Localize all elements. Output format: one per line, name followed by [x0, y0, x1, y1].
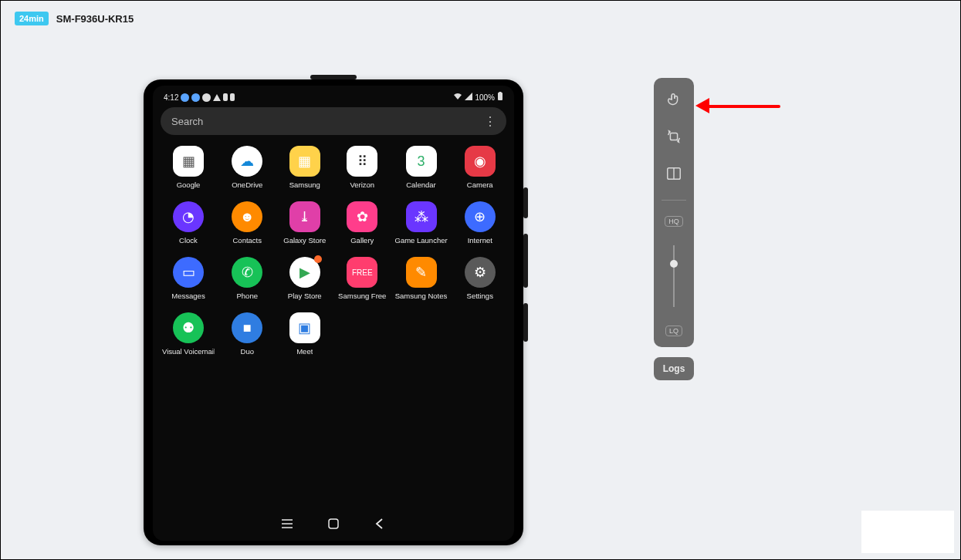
quality-slider-thumb[interactable] — [670, 260, 678, 268]
svg-rect-6 — [670, 133, 677, 140]
app-google[interactable]: ▦Google — [162, 146, 215, 189]
app-label: OneDrive — [232, 180, 262, 189]
app-messages[interactable]: ▭Messages — [162, 257, 215, 300]
hq-badge[interactable]: HQ — [665, 216, 683, 227]
recents-button[interactable] — [281, 518, 293, 530]
status-time: 4:12 — [164, 93, 178, 102]
status-icon — [202, 93, 211, 102]
app-game-launcher[interactable]: ⁂Game Launcher — [395, 201, 448, 245]
device-screen[interactable]: 4:12 100% Sea — [153, 86, 514, 541]
app-icon: ☻ — [232, 201, 262, 232]
app-icon: ✆ — [232, 257, 262, 288]
header-bar: 24min SM-F936U-KR15 — [15, 12, 134, 25]
app-icon: ⁂ — [406, 201, 437, 232]
app-icon: ◉ — [465, 146, 496, 177]
status-icon — [191, 93, 200, 102]
app-onedrive[interactable]: ☁OneDrive — [222, 146, 272, 189]
app-label: Gallery — [350, 236, 374, 245]
app-icon: FREE — [347, 257, 377, 288]
app-label: Visual Voicemail — [162, 347, 215, 356]
annotation-arrow — [695, 98, 788, 113]
rotate-button[interactable] — [663, 126, 685, 147]
app-play-store[interactable]: ▶Play Store — [280, 257, 330, 300]
back-button[interactable] — [374, 518, 386, 530]
svg-rect-1 — [499, 92, 502, 93]
app-phone[interactable]: ✆Phone — [222, 257, 272, 300]
app-icon: ⚙ — [465, 257, 496, 288]
toolbar-separator — [662, 200, 685, 201]
notification-dot — [314, 255, 322, 263]
app-label: Camera — [467, 180, 493, 189]
app-gallery[interactable]: ✿Gallery — [337, 201, 387, 245]
device-volume-button — [523, 234, 528, 288]
control-toolbar: HQ LQ — [654, 78, 694, 347]
app-clock[interactable]: ◔Clock — [162, 201, 215, 245]
app-samsung-free[interactable]: FREESamsung Free — [337, 257, 387, 300]
device-hinge — [310, 75, 357, 79]
app-icon: ⠿ — [347, 146, 377, 177]
app-icon: ▭ — [173, 257, 204, 288]
app-icon: ⤓ — [289, 201, 320, 232]
app-icon: ✎ — [406, 257, 437, 288]
device-power-button — [523, 303, 528, 342]
battery-text: 100% — [475, 93, 495, 102]
device-frame: 4:12 100% Sea — [144, 79, 523, 545]
app-label: Verizon — [350, 180, 374, 189]
app-meet[interactable]: ▣Meet — [280, 312, 330, 356]
app-samsung-notes[interactable]: ✎Samsung Notes — [395, 257, 448, 300]
app-galaxy-store[interactable]: ⤓Galaxy Store — [280, 201, 330, 245]
status-right: 100% — [453, 92, 503, 103]
session-time-badge: 24min — [15, 12, 49, 25]
app-icon: 3 — [406, 146, 437, 177]
signal-icon — [465, 93, 472, 102]
quality-slider[interactable] — [673, 245, 675, 307]
app-settings[interactable]: ⚙Settings — [455, 257, 506, 300]
search-placeholder: Search — [171, 116, 203, 127]
app-icon: ■ — [232, 312, 262, 343]
status-left: 4:12 — [164, 93, 235, 102]
app-label: Samsung Notes — [395, 292, 448, 300]
app-internet[interactable]: ⊕Internet — [455, 201, 506, 245]
watermark-box — [861, 511, 954, 553]
app-label: Calendar — [406, 180, 436, 189]
svg-rect-5 — [329, 519, 338, 528]
nav-bar — [161, 510, 506, 535]
status-icon — [213, 94, 221, 101]
app-contacts[interactable]: ☻Contacts — [222, 201, 272, 245]
app-label: Phone — [237, 292, 258, 300]
app-label: Google — [177, 180, 201, 189]
status-bar: 4:12 100% — [161, 92, 506, 107]
device-side-button — [523, 187, 528, 218]
more-icon[interactable]: ⋮ — [484, 114, 496, 129]
split-view-button[interactable] — [663, 163, 685, 184]
app-icon: ☁ — [232, 146, 262, 177]
app-label: Samsung — [289, 180, 320, 189]
app-label: Duo — [241, 347, 254, 356]
app-camera[interactable]: ◉Camera — [455, 146, 506, 189]
app-icon: ▣ — [289, 312, 320, 343]
svg-rect-0 — [498, 93, 502, 100]
app-label: Settings — [467, 292, 493, 300]
app-verizon[interactable]: ⠿Verizon — [337, 146, 387, 189]
status-icon — [223, 93, 228, 101]
app-grid: ▦Google☁OneDrive▦Samsung⠿Verizon3Calenda… — [161, 146, 506, 356]
app-icon: ▦ — [289, 146, 320, 177]
status-icon — [181, 93, 189, 102]
app-label: Clock — [179, 236, 198, 245]
app-visual-voicemail[interactable]: ⚉Visual Voicemail — [162, 312, 215, 356]
app-icon: ◔ — [173, 201, 204, 232]
battery-icon — [497, 92, 503, 103]
app-label: Internet — [468, 236, 492, 245]
app-duo[interactable]: ■Duo — [222, 312, 272, 356]
app-search-bar[interactable]: Search ⋮ — [161, 107, 506, 135]
touch-mode-button[interactable] — [663, 89, 685, 110]
app-label: Samsung Free — [338, 292, 386, 300]
app-samsung[interactable]: ▦Samsung — [280, 146, 330, 189]
app-calendar[interactable]: 3Calendar — [395, 146, 448, 189]
logs-button[interactable]: Logs — [654, 357, 694, 380]
app-icon: ⊕ — [465, 201, 496, 232]
wifi-icon — [453, 93, 462, 102]
lq-badge[interactable]: LQ — [665, 326, 682, 336]
home-button[interactable] — [327, 518, 340, 530]
app-label: Game Launcher — [395, 236, 448, 245]
